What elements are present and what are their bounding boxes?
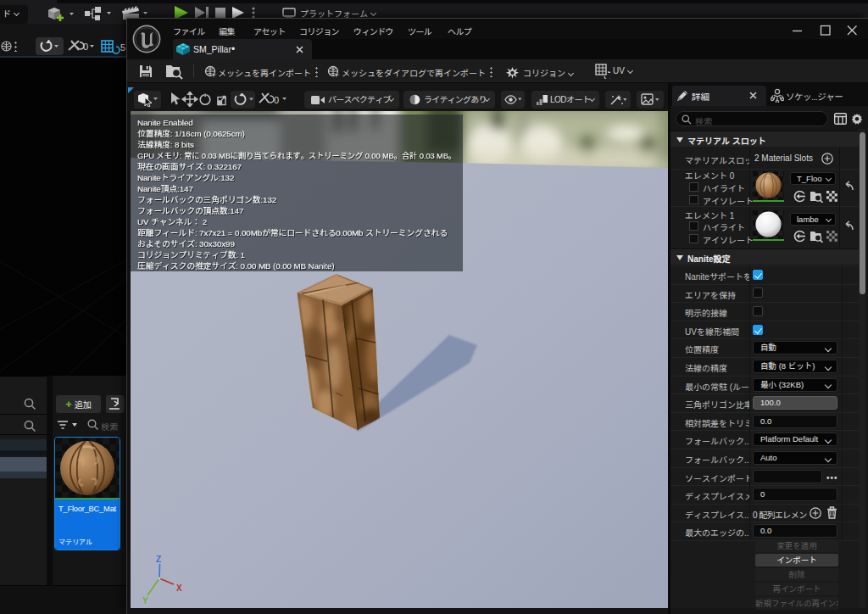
svg-text:フォールバックの三角ポリゴン数:132: フォールバックの三角ポリゴン数:132 xyxy=(137,195,276,204)
svg-text:5: 5 xyxy=(120,42,125,53)
svg-text:Y: Y xyxy=(142,596,148,606)
svg-text:0: 0 xyxy=(274,95,279,105)
svg-text:GPU メモリ: 常に 0.03 MBに割り当てられます。ス: GPU メモリ: 常に 0.03 MBに割り当てられます。ストリーミング 0.0… xyxy=(137,151,456,160)
svg-text:0: 0 xyxy=(83,42,88,52)
svg-text:およそのサイズ: 30x30x99: およそのサイズ: 30x30x99 xyxy=(137,239,235,248)
svg-text:フォールバックの頂点数:147: フォールバックの頂点数:147 xyxy=(137,206,243,215)
svg-text:Naniteトライアングル:132: Naniteトライアングル:132 xyxy=(137,173,234,182)
svg-text:現在の画面サイズ: 0.322167: 現在の画面サイズ: 0.322167 xyxy=(137,162,242,171)
svg-text:Nanite Enabled: Nanite Enabled xyxy=(137,118,193,127)
svg-text:コリジョンプリミティブ数: 1: コリジョンプリミティブ数: 1 xyxy=(137,250,245,260)
svg-text:Z: Z xyxy=(156,555,161,564)
svg-text:UV チャンネル： 2: UV チャンネル： 2 xyxy=(137,217,207,226)
svg-text:位置精度: 1/16cm (0.0625cm): 位置精度: 1/16cm (0.0625cm) xyxy=(137,129,245,138)
svg-text:X: X xyxy=(176,583,182,593)
svg-text:Nanite頂点:147: Nanite頂点:147 xyxy=(137,184,193,193)
svg-text:距離フィールド: 7x7x21 = 0.00Mbが常にロード: 距離フィールド: 7x7x21 = 0.00Mbが常にロードされる0.00Mb … xyxy=(137,228,448,237)
svg-text:法線精度: 8 bits: 法線精度: 8 bits xyxy=(137,140,194,149)
svg-text:圧縮ディスクの推定サイズ: 0.00 MB (0.00 MB: 圧縮ディスクの推定サイズ: 0.00 MB (0.00 MB Nanite) xyxy=(137,261,334,271)
